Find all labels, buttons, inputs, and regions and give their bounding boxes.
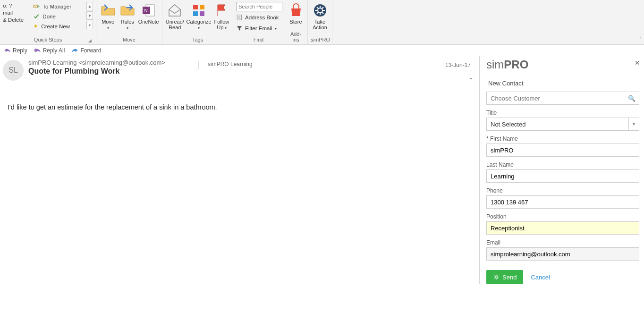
group-label: Tags bbox=[165, 36, 230, 44]
search-icon: 🔍 bbox=[628, 95, 636, 102]
message-date: 13-Jun-17 bbox=[445, 62, 471, 68]
group-label: Move bbox=[99, 36, 159, 44]
svg-text:N: N bbox=[144, 8, 148, 13]
message-actions-bar: Reply Reply All Forward bbox=[0, 45, 644, 56]
group-find: Address Book Filter Email ▾ Find bbox=[233, 0, 284, 44]
divider bbox=[198, 61, 199, 69]
qs-item-label: To Manager bbox=[42, 4, 71, 9]
qs-more-icon[interactable]: ▾ bbox=[86, 21, 93, 29]
chevron-down-icon: ▼ bbox=[628, 118, 639, 130]
send-label: Send bbox=[502, 274, 517, 281]
store-icon bbox=[288, 3, 304, 18]
group-label: Find bbox=[236, 36, 281, 44]
group-quick-steps: o: ? mail & Delete To Manager Done ✦ Cre… bbox=[0, 0, 96, 44]
gear-badge-icon bbox=[313, 3, 328, 18]
last-name-input[interactable] bbox=[486, 169, 639, 183]
address-book-icon bbox=[236, 14, 243, 21]
email-label: Email bbox=[486, 239, 639, 246]
position-label: Position bbox=[486, 213, 639, 220]
account-label: simPRO Learning bbox=[208, 61, 253, 67]
first-name-input[interactable] bbox=[486, 143, 639, 157]
first-name-label: * First Name bbox=[486, 135, 639, 142]
unread-read-button[interactable]: Unread/ Read bbox=[165, 1, 185, 30]
phone-label: Phone bbox=[486, 187, 639, 194]
find-row-label: Address Book bbox=[245, 15, 279, 20]
group-label: simPRO bbox=[311, 36, 329, 44]
qs-scroll[interactable]: ▲ ▼ ▾ bbox=[86, 1, 93, 29]
svg-rect-7 bbox=[200, 11, 204, 16]
group-addins: Store Add-ins bbox=[284, 0, 308, 44]
cancel-link[interactable]: Cancel bbox=[531, 274, 550, 281]
take-action-button[interactable]: Take Action bbox=[311, 1, 329, 30]
svg-rect-8 bbox=[237, 15, 241, 20]
qs-to-manager[interactable]: To Manager bbox=[31, 2, 85, 11]
envelope-open-icon bbox=[167, 3, 182, 18]
address-book-button[interactable]: Address Book bbox=[236, 13, 282, 22]
forward-icon bbox=[71, 47, 78, 53]
qs-item-label: Create New bbox=[41, 24, 70, 29]
action-label: Forward bbox=[80, 47, 101, 54]
onenote-button[interactable]: N OneNote bbox=[138, 1, 159, 25]
rules-button[interactable]: Rules▾ bbox=[119, 1, 136, 31]
position-input[interactable] bbox=[486, 221, 639, 235]
simpro-panel: simPRO ✕ New Contact 🔍 Title Not Selecte… bbox=[480, 56, 644, 284]
qs-done[interactable]: Done bbox=[31, 12, 85, 21]
avatar: SL bbox=[3, 60, 24, 81]
find-row-label: Filter Email bbox=[245, 25, 272, 31]
ribbon: o: ? mail & Delete To Manager Done ✦ Cre… bbox=[0, 0, 644, 45]
folder-move-icon bbox=[101, 3, 116, 18]
qs-create-new[interactable]: ✦ Create New bbox=[31, 22, 85, 31]
action-label: Reply All bbox=[43, 47, 65, 54]
svg-rect-4 bbox=[193, 5, 198, 9]
funnel-icon bbox=[236, 25, 243, 32]
search-people-input[interactable] bbox=[236, 2, 282, 11]
panel-title: simPRO bbox=[486, 58, 639, 71]
qs-item-label: Done bbox=[42, 14, 56, 19]
reply-all-button[interactable]: Reply All bbox=[34, 47, 65, 54]
reply-icon bbox=[4, 47, 11, 53]
qs-left-0: o: ? bbox=[3, 3, 29, 8]
expand-header-icon[interactable]: ⌄ bbox=[469, 74, 474, 81]
follow-up-button[interactable]: Follow Up ▾ bbox=[213, 1, 230, 31]
send-button[interactable]: Send bbox=[486, 270, 523, 284]
group-move: Move▾ Rules▾ N OneNote Move bbox=[96, 0, 162, 44]
categories-icon bbox=[191, 3, 206, 18]
qs-partial-left: o: ? mail & Delete bbox=[3, 1, 29, 23]
collapse-ribbon-icon[interactable]: ˆ bbox=[640, 37, 641, 42]
chevron-down-icon: ▾ bbox=[275, 26, 277, 31]
group-label: Quick Steps bbox=[34, 37, 62, 42]
qs-up-icon[interactable]: ▲ bbox=[86, 2, 93, 10]
reply-button[interactable]: Reply bbox=[4, 47, 27, 54]
title-select[interactable]: Not Selected ▼ bbox=[486, 118, 639, 131]
svg-rect-6 bbox=[193, 11, 198, 16]
subject-line: Quote for Plumbing Work bbox=[28, 67, 165, 76]
phone-input[interactable] bbox=[486, 195, 639, 209]
panel-section-head: New Contact bbox=[488, 80, 639, 87]
onenote-icon: N bbox=[141, 3, 156, 18]
envelope-arrow-icon bbox=[33, 3, 40, 10]
categorize-button[interactable]: Categorize▾ bbox=[186, 1, 212, 31]
close-icon[interactable]: ✕ bbox=[635, 59, 640, 67]
check-icon bbox=[33, 13, 40, 20]
qs-left-2: & Delete bbox=[3, 17, 29, 23]
store-button[interactable]: Store bbox=[287, 1, 305, 25]
gear-icon bbox=[493, 274, 500, 280]
group-tags: Unread/ Read Categorize▾ Follow Up ▾ Tag… bbox=[162, 0, 233, 44]
group-label: Add-ins bbox=[287, 30, 305, 44]
reply-all-icon bbox=[34, 47, 41, 53]
filter-email-button[interactable]: Filter Email ▾ bbox=[236, 24, 282, 33]
message-pane: SL simPRO Learning <simprolearning@outlo… bbox=[0, 56, 480, 284]
title-label: Title bbox=[486, 110, 639, 116]
forward-button[interactable]: Forward bbox=[71, 47, 101, 54]
message-body: I'd like to get an estimate for the repl… bbox=[3, 81, 475, 111]
move-button[interactable]: Move▾ bbox=[99, 1, 117, 31]
from-line: simPRO Learning <simprolearning@outlook.… bbox=[28, 59, 165, 66]
spark-icon: ✦ bbox=[33, 23, 38, 30]
choose-customer-input[interactable] bbox=[486, 92, 639, 105]
dialog-launcher-icon[interactable]: ◢ bbox=[87, 38, 92, 43]
email-input[interactable] bbox=[486, 247, 639, 261]
action-label: Reply bbox=[13, 47, 27, 54]
group-simpro: Take Action simPRO bbox=[308, 0, 332, 44]
svg-point-12 bbox=[495, 276, 498, 278]
qs-down-icon[interactable]: ▼ bbox=[86, 11, 93, 20]
